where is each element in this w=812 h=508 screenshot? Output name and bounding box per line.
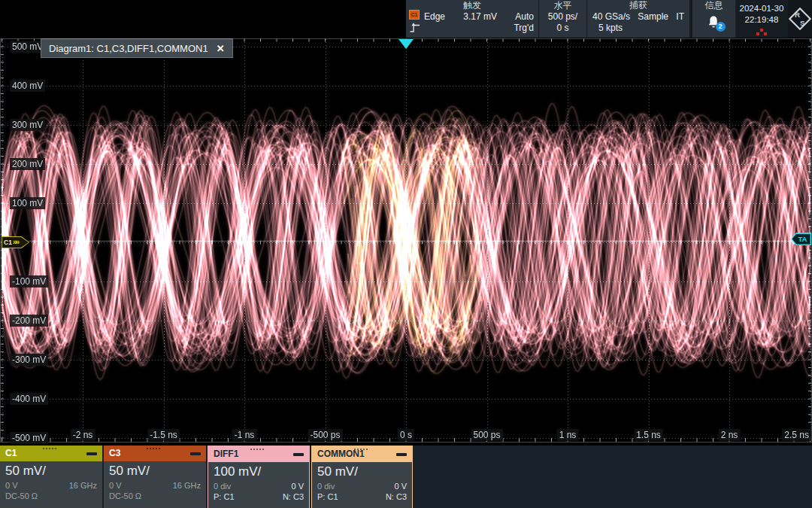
c1-name: C1 xyxy=(5,448,17,458)
common1-position: 0 div xyxy=(317,481,335,491)
y-axis-label: -200 mV xyxy=(10,315,48,327)
x-axis-label: 1.5 ns xyxy=(634,429,663,441)
diff1-position: 0 div xyxy=(214,481,231,491)
y-axis-label: 300 mV xyxy=(10,119,45,131)
eye-diagram-canvas[interactable] xyxy=(0,38,812,445)
x-axis-label: 2.5 ns xyxy=(782,429,811,441)
trigger-source-badge: C1 xyxy=(409,10,420,20)
channel-badge-c3[interactable]: C3 50 mV/ 0 V 16 GHz DC-50 Ω xyxy=(104,446,206,508)
x-axis-label: -1.5 ns xyxy=(147,429,180,441)
c3-offset: 0 V xyxy=(109,480,122,491)
diagram-tab[interactable]: Diagram1: C1,C3,DIFF1,COMMON1 ✕ xyxy=(41,38,233,58)
notification-count-badge: 2 xyxy=(716,22,726,32)
x-axis-label: -1 ns xyxy=(232,429,257,441)
trigger-mode: Auto xyxy=(515,11,534,23)
oscilloscope-screen: 触发 C1 Edge 3.17 mV Auto Trg'd 水平 xyxy=(0,0,812,508)
y-axis-label: -300 mV xyxy=(10,354,48,366)
waveform-display: 500 mV400 mV300 mV200 mV100 mV-100 mV-20… xyxy=(0,38,812,445)
close-icon[interactable]: ✕ xyxy=(217,43,225,54)
drag-grip-icon[interactable] xyxy=(250,449,252,450)
trigger-section[interactable]: 触发 C1 Edge 3.17 mV Auto Trg'd xyxy=(406,0,538,38)
c3-coupling: DC-50 Ω xyxy=(109,491,141,501)
diagram-tab-label: Diagram1: C1,C3,DIFF1,COMMON1 xyxy=(49,43,208,54)
c1-bandwidth: 16 GHz xyxy=(69,480,97,491)
edge-trigger-icon xyxy=(409,22,420,36)
diff1-name: DIFF1 xyxy=(214,449,238,459)
chevron-right-icon: »» xyxy=(13,239,18,246)
horizontal-scale: 500 ps/ xyxy=(548,11,577,23)
x-axis-label: -500 ps xyxy=(308,429,342,441)
x-axis-label: 0 s xyxy=(398,429,414,441)
x-axis-label: 1 ns xyxy=(557,429,579,441)
channel-badge-common1[interactable]: COMMON1 50 mV/ 0 div 0 V P: C1 N: C3 xyxy=(311,446,413,508)
trigger-type: Edge xyxy=(424,11,445,23)
acquisition-section[interactable]: 捕获 40 GSa/s Sample IT 5 kpts xyxy=(587,0,689,38)
y-axis-label: 100 mV xyxy=(10,197,45,209)
acquisition-section-title: 捕获 xyxy=(587,0,689,11)
trigger-section-title: 触发 xyxy=(406,0,538,11)
x-axis-label: -2 ns xyxy=(71,429,95,441)
acquisition-mode: Sample xyxy=(638,11,668,23)
common1-n-source: N: C3 xyxy=(386,491,407,502)
common1-offset: 0 V xyxy=(394,481,407,491)
x-axis-label: 2 ns xyxy=(719,429,741,441)
drag-grip-icon[interactable] xyxy=(354,449,356,450)
c3-name: C3 xyxy=(109,448,120,458)
diff1-scale: 100 mV/ xyxy=(214,463,304,481)
c3-bandwidth: 16 GHz xyxy=(173,480,201,491)
info-section-title: 信息 xyxy=(692,0,735,11)
datetime-display: 2024-01-30 22:19:48 xyxy=(735,0,788,38)
sample-rate: 40 GSa/s xyxy=(592,11,630,23)
diff1-n-source: N: C3 xyxy=(283,491,304,502)
x-axis-label: 500 ps xyxy=(471,429,502,441)
common1-scale: 50 mV/ xyxy=(317,463,407,481)
time-text: 22:19:48 xyxy=(735,14,788,26)
network-status-icon xyxy=(760,29,763,32)
minimize-handle[interactable] xyxy=(86,452,97,455)
horizontal-position: 0 s xyxy=(556,23,568,34)
top-status-bar: 触发 C1 Edge 3.17 mV Auto Trg'd 水平 xyxy=(406,0,812,38)
channel-badge-diff1[interactable]: DIFF1 100 mV/ 0 div 0 V P: C1 N: C3 xyxy=(208,446,310,508)
drag-grip-icon[interactable] xyxy=(147,448,148,449)
channel-badge-c1[interactable]: C1 50 mV/ 0 V 16 GHz DC-50 Ω xyxy=(0,446,102,508)
record-length: 5 kpts xyxy=(598,23,623,34)
diff1-offset: 0 V xyxy=(291,481,304,491)
notification-bell-icon[interactable]: 2 xyxy=(706,14,723,32)
minimize-handle[interactable] xyxy=(396,453,407,456)
y-axis-label: 200 mV xyxy=(10,158,45,170)
common1-name: COMMON1 xyxy=(317,449,365,459)
y-axis-label: 400 mV xyxy=(10,80,45,92)
y-axis-label: -500 mV xyxy=(10,432,48,444)
y-axis-label: -100 mV xyxy=(10,275,48,287)
horizontal-section[interactable]: 水平 500 ps/ 0 s xyxy=(539,0,586,38)
rohde-schwarz-logo: R S xyxy=(788,0,812,38)
minimize-handle[interactable] xyxy=(293,453,304,456)
horizontal-section-title: 水平 xyxy=(539,0,586,11)
y-axis-label: -400 mV xyxy=(10,393,48,405)
diff1-p-source: P: C1 xyxy=(214,491,235,502)
signal-bar: C1 50 mV/ 0 V 16 GHz DC-50 Ω C3 xyxy=(0,446,812,508)
c1-offset: 0 V xyxy=(5,480,18,491)
info-section[interactable]: 信息 2 xyxy=(692,0,735,38)
decimation-mode: IT xyxy=(676,11,684,23)
c1-scale: 50 mV/ xyxy=(5,462,97,480)
date-text: 2024-01-30 xyxy=(735,3,788,14)
c1-coupling: DC-50 Ω xyxy=(5,491,38,501)
drag-grip-icon[interactable] xyxy=(43,448,44,449)
svg-text:S: S xyxy=(800,19,805,27)
c3-scale: 50 mV/ xyxy=(109,462,201,480)
trigger-level: 3.17 mV xyxy=(463,11,497,23)
trigger-position-marker[interactable] xyxy=(398,39,414,49)
svg-text:R: R xyxy=(795,11,800,19)
minimize-handle[interactable] xyxy=(190,452,201,455)
trigger-state: Trg'd xyxy=(514,23,534,34)
common1-p-source: P: C1 xyxy=(317,491,338,502)
